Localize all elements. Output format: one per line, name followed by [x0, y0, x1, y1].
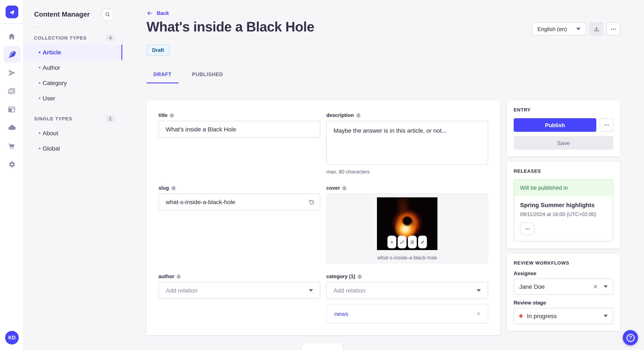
- sidebar-item-label: About: [42, 130, 58, 137]
- sidebar-item-author[interactable]: Author: [24, 60, 122, 75]
- tab-draft[interactable]: DRAFT: [146, 68, 178, 83]
- collection-types-list: Article Author Category User: [24, 45, 122, 106]
- field-title: title: [158, 112, 320, 175]
- author-relation-select[interactable]: Add relation: [158, 282, 320, 299]
- sidebar-title: Content Manager: [34, 11, 90, 18]
- category-placeholder: Add relation: [334, 287, 365, 294]
- sidebar-item-label: User: [42, 95, 55, 102]
- category-label-text: category (1): [326, 273, 355, 279]
- back-label: Back: [157, 10, 169, 16]
- author-label-text: author: [158, 273, 174, 279]
- relation-news-link[interactable]: news: [334, 310, 348, 317]
- search-button[interactable]: [102, 8, 114, 20]
- export-button[interactable]: [590, 22, 603, 35]
- collection-types-count: 4: [106, 34, 114, 41]
- author-placeholder: Add relation: [166, 287, 198, 294]
- version-tabs: DRAFT PUBLISHED: [146, 68, 620, 83]
- nav-marketplace-button[interactable]: [3, 137, 20, 154]
- more-dots-icon: [604, 122, 610, 128]
- cover-label: cover: [326, 185, 488, 191]
- nav-home-button[interactable]: [3, 28, 20, 45]
- nav-content-type-builder-button[interactable]: [3, 101, 20, 118]
- save-button[interactable]: Save: [514, 136, 613, 150]
- trash-icon: [410, 240, 415, 244]
- assignee-label: Assignee: [514, 270, 613, 276]
- chevron-down-icon: [309, 289, 313, 292]
- search-icon: [105, 11, 111, 17]
- remove-relation-button[interactable]: [476, 311, 481, 316]
- title-input[interactable]: [158, 121, 320, 138]
- slug-input[interactable]: [158, 193, 320, 210]
- copy-link-button[interactable]: [398, 236, 406, 248]
- publish-button[interactable]: Publish: [514, 118, 596, 132]
- category-relation-select[interactable]: Add relation: [326, 282, 488, 299]
- entry-panel-title: ENTRY: [514, 107, 613, 112]
- cover-filename: what-s-inside-a-black-hole: [377, 255, 437, 261]
- cover-image-wrapper: [377, 197, 438, 250]
- nav-media-library-button[interactable]: [3, 82, 20, 100]
- locale-globe-icon: [342, 186, 347, 190]
- assignee-combobox[interactable]: Jane Doe: [514, 279, 613, 295]
- nav-settings-button[interactable]: [3, 156, 20, 173]
- home-icon: [8, 32, 16, 40]
- user-avatar[interactable]: KD: [5, 331, 19, 345]
- locale-value: English (en): [537, 26, 567, 32]
- cover-image-toolbar: [388, 236, 427, 248]
- category-label: category (1): [326, 273, 488, 279]
- header-more-button[interactable]: [606, 22, 620, 35]
- entry-side-panels: ENTRY Publish Save RELEASES Will be publ…: [507, 100, 620, 336]
- more-dots-icon: [524, 226, 530, 232]
- nav-deploy-cloud-button[interactable]: [3, 119, 20, 136]
- review-stage-select[interactable]: In progress: [514, 308, 613, 324]
- sidebar-item-user[interactable]: User: [24, 91, 122, 106]
- back-arrow-icon: [146, 10, 153, 16]
- field-slug: slug: [158, 185, 320, 263]
- add-media-button[interactable]: [388, 236, 396, 248]
- nav-releases-button[interactable]: [3, 64, 20, 81]
- help-button[interactable]: ?: [623, 330, 638, 345]
- strapi-logo[interactable]: [5, 5, 18, 18]
- single-types-header: SINGLE TYPES 2: [24, 115, 122, 122]
- pencil-icon: [420, 240, 425, 244]
- slug-label: slug: [158, 185, 320, 191]
- tab-published[interactable]: PUBLISHED: [185, 68, 230, 83]
- locale-globe-icon: [170, 113, 174, 118]
- sidebar-item-label: Global: [42, 145, 60, 152]
- collection-types-header: COLLECTION TYPES 4: [24, 34, 122, 41]
- release-more-button[interactable]: [520, 222, 534, 235]
- assignee-value: Jane Doe: [519, 283, 545, 290]
- cloud-icon: [8, 123, 16, 132]
- sidebar-item-category[interactable]: Category: [24, 75, 122, 91]
- entry-more-button[interactable]: [600, 118, 613, 132]
- review-workflows-title: REVIEW WORKFLOWS: [514, 260, 613, 265]
- sidebar-item-article[interactable]: Article: [24, 45, 122, 60]
- cover-media-panel: what-s-inside-a-black-hole: [326, 193, 488, 263]
- description-label: description: [326, 112, 488, 118]
- release-banner: Will be published in: [514, 180, 613, 196]
- regenerate-slug-button[interactable]: [307, 197, 316, 207]
- cover-label-text: cover: [326, 185, 340, 191]
- layout-icon: [8, 105, 16, 113]
- sidebar-item-global[interactable]: Global: [24, 141, 122, 156]
- entry-edit-view: Back What's inside a Black Hole English …: [123, 0, 644, 350]
- clear-assignee-button[interactable]: [593, 284, 598, 289]
- single-types-count: 2: [106, 115, 114, 122]
- author-label: author: [158, 273, 320, 279]
- edit-media-button[interactable]: [418, 236, 427, 248]
- sidebar-item-about[interactable]: About: [24, 126, 122, 141]
- locale-select[interactable]: English (en): [532, 22, 586, 35]
- release-name: Spring Summer highlights: [520, 201, 607, 208]
- next-section-peek: [302, 343, 343, 350]
- single-types-list: About Global: [24, 126, 122, 156]
- delete-media-button[interactable]: [408, 236, 417, 248]
- review-stage-value: In progress: [527, 313, 557, 319]
- sidebar-divider: [34, 27, 44, 28]
- description-textarea[interactable]: Maybe the answer is in this article, or …: [326, 121, 488, 165]
- back-link[interactable]: Back: [146, 10, 169, 16]
- category-relation-item: news: [326, 304, 488, 323]
- link-icon: [400, 240, 404, 244]
- page-title: What's inside a Black Hole: [146, 19, 314, 35]
- nav-content-manager-button[interactable]: [3, 46, 20, 63]
- gear-icon: [8, 160, 16, 168]
- chevron-down-icon: [576, 28, 580, 30]
